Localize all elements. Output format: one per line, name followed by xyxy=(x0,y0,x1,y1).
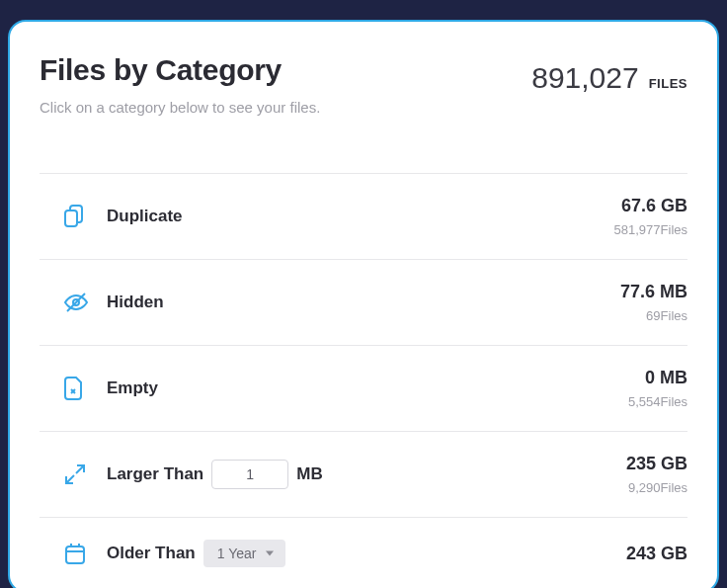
category-size: 77.6 MB xyxy=(620,282,687,302)
page-subtitle: Click on a category below to see your fi… xyxy=(40,99,320,116)
total-files-count: 891,027 FILES xyxy=(531,61,687,95)
category-size: 67.6 GB xyxy=(614,196,687,216)
empty-icon xyxy=(63,376,107,401)
category-label-suffix: MB xyxy=(296,464,322,484)
category-row-empty[interactable]: Empty 0 MB 5,554Files xyxy=(40,345,687,431)
svg-line-6 xyxy=(66,475,74,483)
category-file-count: 5,554Files xyxy=(628,394,687,409)
category-file-count: 69Files xyxy=(620,308,687,323)
larger-than-input[interactable] xyxy=(211,460,288,489)
svg-rect-0 xyxy=(65,210,77,226)
category-list: Duplicate 67.6 GB 581,977Files Hidden 77… xyxy=(40,173,687,588)
duplicate-icon xyxy=(63,204,107,229)
total-count-label: FILES xyxy=(649,76,687,91)
title-area: Files by Category Click on a category be… xyxy=(40,53,320,116)
category-row-duplicate[interactable]: Duplicate 67.6 GB 581,977Files xyxy=(40,173,687,259)
category-file-count: 581,977Files xyxy=(614,222,687,237)
category-label: Empty xyxy=(107,378,158,398)
category-size: 235 GB xyxy=(626,454,687,474)
category-label-prefix: Larger Than xyxy=(107,464,203,484)
larger-than-icon xyxy=(63,462,107,486)
category-label: Duplicate xyxy=(107,207,183,226)
category-file-count: 9,290Files xyxy=(626,480,687,495)
category-size: 243 GB xyxy=(626,544,687,564)
category-row-larger-than[interactable]: Larger Than MB 235 GB 9,290Files xyxy=(40,431,687,517)
category-label-prefix: Older Than xyxy=(107,544,196,563)
older-than-icon xyxy=(63,542,107,565)
svg-rect-7 xyxy=(66,546,84,563)
category-size: 0 MB xyxy=(628,368,687,388)
older-than-dropdown[interactable]: 1 Year xyxy=(203,540,286,567)
category-row-hidden[interactable]: Hidden 77.6 MB 69Files xyxy=(40,259,687,345)
files-by-category-card: Files by Category Click on a category be… xyxy=(8,20,719,588)
page-title: Files by Category xyxy=(40,53,320,87)
category-row-older-than[interactable]: Older Than 1 Year 243 GB xyxy=(40,517,687,588)
total-count-value: 891,027 xyxy=(531,61,638,95)
svg-line-5 xyxy=(76,465,84,473)
hidden-icon xyxy=(63,292,107,313)
card-header: Files by Category Click on a category be… xyxy=(40,53,687,116)
category-label: Hidden xyxy=(107,293,164,312)
